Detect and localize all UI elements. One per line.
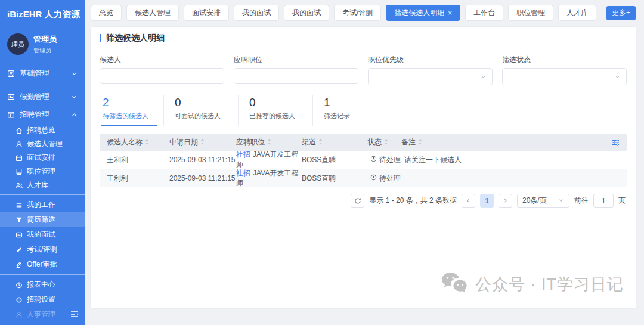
- column-label: 备注: [401, 137, 416, 147]
- sidebar-item-offer-approval[interactable]: Offer审批: [0, 257, 85, 272]
- stat-value: 0: [175, 96, 230, 109]
- sidebar-item-basic-mgmt[interactable]: 基础管理: [0, 64, 85, 82]
- sidebar-item-label: 假勤管理: [20, 92, 66, 102]
- tab-label: 面试安排: [192, 8, 221, 18]
- sidebar-item-attendance-mgmt[interactable]: 假勤管理: [0, 88, 85, 106]
- app-root: iBizEHR 人力资源 理员 管理员 管理员 基础管理 假勤管理 招聘: [0, 0, 644, 325]
- more-tabs-button[interactable]: 更多+: [606, 6, 636, 20]
- column-candidate-name[interactable]: 候选人名称: [107, 137, 169, 147]
- tab-label: 总览: [99, 8, 113, 18]
- tab-overview[interactable]: 总览: [91, 5, 122, 21]
- candidate-filter-input[interactable]: [100, 68, 224, 84]
- status-filter-select[interactable]: [502, 68, 627, 85]
- sidebar-item-recruit-settings[interactable]: 招聘设置: [0, 292, 85, 307]
- stat-tab-screening-records[interactable]: 1 筛选记录: [312, 95, 387, 126]
- tab-candidate-mgmt[interactable]: 候选人管理: [126, 5, 179, 21]
- tab-label: 我的面试: [292, 8, 321, 18]
- sort-icon[interactable]: [267, 138, 271, 147]
- filter-label: 职位优先级: [368, 55, 493, 65]
- next-page-button[interactable]: [499, 194, 512, 208]
- user-profile[interactable]: 理员 管理员 管理员: [0, 25, 85, 64]
- tab-my-interview-2[interactable]: 我的面试: [284, 5, 329, 21]
- user-icon: [15, 140, 23, 148]
- sidebar-item-my-work[interactable]: 我的工作: [0, 197, 85, 212]
- filter-label: 候选人: [100, 55, 224, 65]
- collapse-sidebar-icon[interactable]: [70, 310, 79, 321]
- sidebar-item-recruit-overview[interactable]: 招聘总览: [0, 123, 85, 137]
- stat-tab-interviewable[interactable]: 0 可面试的候选人: [163, 95, 238, 126]
- column-status[interactable]: 状态: [367, 137, 401, 147]
- priority-filter-select[interactable]: [368, 68, 493, 85]
- sidebar-item-exam-eval[interactable]: 考试/评测: [0, 242, 85, 257]
- gavel-icon: [15, 261, 23, 268]
- tab-my-interview-1[interactable]: 我的面试: [234, 5, 279, 21]
- tab-exam-eval[interactable]: 考试/评测: [334, 5, 381, 21]
- filter-bar: 候选人 应聘职位 职位优先级 筛选状态: [100, 49, 627, 87]
- page-number-button[interactable]: 1: [480, 194, 494, 208]
- cell-candidate-name: 王利利: [107, 174, 169, 184]
- sidebar-item-my-interviews[interactable]: 我的面试: [0, 227, 85, 242]
- column-channel[interactable]: 渠道: [302, 137, 367, 147]
- cell-applied-position: 社招JAVA开发工程师: [236, 150, 302, 170]
- sidebar-item-recruit-mgmt[interactable]: 招聘管理: [0, 106, 85, 123]
- sidebar-item-label: 人才库: [27, 180, 48, 190]
- users-icon: [15, 181, 23, 189]
- page-title: 筛选候选人明细: [106, 33, 165, 44]
- goto-label: 前往: [574, 196, 589, 206]
- column-label: 候选人名称: [107, 137, 143, 147]
- close-icon[interactable]: ×: [448, 10, 452, 17]
- wechat-icon: [441, 271, 468, 298]
- filter-priority: 职位优先级: [368, 55, 493, 85]
- tab-interview-schedule[interactable]: 面试安排: [184, 5, 229, 21]
- column-applied-position[interactable]: 应聘职位: [236, 137, 302, 147]
- sidebar-item-talent-pool[interactable]: 人才库: [0, 178, 85, 192]
- filter-status: 筛选状态: [502, 55, 627, 85]
- chevron-down-icon: [558, 197, 564, 205]
- sidebar-item-label: 我的工作: [27, 200, 55, 210]
- table-row[interactable]: 王利利 2025-09-03 11:21:15 社招JAVA开发工程师 BOSS…: [100, 169, 627, 187]
- tab-label: 职位管理: [516, 8, 545, 18]
- layout-icon: [7, 111, 15, 119]
- column-label: 申请日期: [169, 137, 198, 147]
- column-apply-date[interactable]: 申请日期: [169, 137, 236, 147]
- chevron-down-icon: [614, 72, 621, 82]
- cell-applied-position: 社招JAVA开发工程师: [236, 168, 302, 188]
- recruit-type-tag[interactable]: 社招: [236, 169, 250, 177]
- tab-talent-pool[interactable]: 人才库: [558, 5, 596, 21]
- sort-icon[interactable]: [145, 138, 149, 147]
- title-accent-bar: [100, 34, 101, 42]
- content-card: 筛选候选人明细 候选人 应聘职位 职位优先级 筛选: [91, 27, 636, 308]
- table-header: 候选人名称 申请日期 应聘职位 渠道: [100, 134, 627, 151]
- chevron-down-icon: [480, 72, 487, 82]
- cell-apply-date: 2025-09-03 11:21:15: [169, 156, 236, 164]
- sidebar-item-candidate-mgmt[interactable]: 候选人管理: [0, 137, 85, 151]
- prev-page-button[interactable]: [462, 194, 475, 208]
- sort-icon[interactable]: [418, 138, 422, 147]
- stat-label: 可面试的候选人: [175, 112, 230, 126]
- column-remark[interactable]: 备注: [401, 137, 612, 147]
- sidebar-item-interview-schedule[interactable]: 面试安排: [0, 151, 85, 165]
- page-size-select[interactable]: 20条/页: [517, 194, 569, 208]
- stat-tab-recommended[interactable]: 0 已推荐的候选人: [238, 95, 312, 126]
- tab-workbench[interactable]: 工作台: [465, 5, 503, 21]
- refresh-button[interactable]: [351, 194, 364, 208]
- sidebar-item-position-mgmt[interactable]: 职位管理: [0, 165, 85, 178]
- table-row[interactable]: 王利利 2025-09-03 11:21:15 社招JAVA开发工程师 BOSS…: [100, 151, 627, 169]
- position-filter-input[interactable]: [234, 68, 358, 84]
- sidebar-item-label: 简历筛选: [27, 215, 55, 225]
- clock-icon: [370, 174, 377, 182]
- sort-icon[interactable]: [318, 138, 323, 147]
- sort-icon[interactable]: [384, 138, 388, 147]
- sidebar: iBizEHR 人力资源 理员 管理员 管理员 基础管理 假勤管理 招聘: [0, 0, 85, 325]
- stat-tab-pending-screening[interactable]: 2 待筛选的候选人: [100, 95, 163, 126]
- sidebar-item-label: 面试安排: [27, 153, 55, 163]
- tab-position-mgmt[interactable]: 职位管理: [508, 5, 553, 21]
- sort-icon[interactable]: [200, 138, 205, 147]
- recruit-type-tag[interactable]: 社招: [236, 150, 250, 159]
- sidebar-item-resume-screening[interactable]: 简历筛选: [0, 212, 85, 227]
- sidebar-item-report-center[interactable]: 报表中心: [0, 277, 85, 292]
- tab-screening-detail[interactable]: 筛选候选人明细 ×: [386, 5, 460, 21]
- sidebar-divider: [0, 194, 85, 195]
- goto-page-input[interactable]: [593, 194, 614, 208]
- column-settings-icon[interactable]: [612, 139, 620, 146]
